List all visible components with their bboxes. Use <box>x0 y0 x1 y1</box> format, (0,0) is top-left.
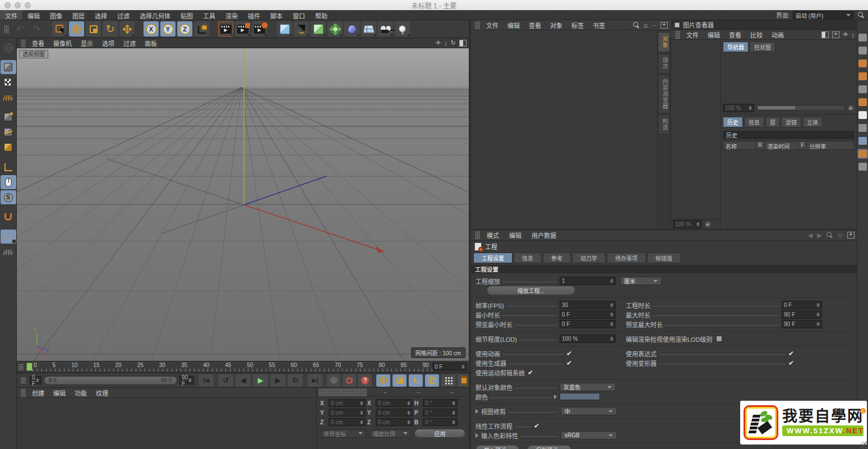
history-column-4[interactable]: 分辨率 <box>807 141 854 149</box>
color-swatch[interactable] <box>560 393 600 400</box>
menu-item-6[interactable]: 选择几何体 <box>135 10 176 20</box>
coordinate-system-button[interactable] <box>194 21 209 36</box>
interface-dropdown[interactable]: 启动 (用户) <box>793 11 853 19</box>
preview-max-field[interactable]: 90 F <box>782 320 822 328</box>
viewport-menu-item-1[interactable]: 摄像机 <box>49 39 76 48</box>
edges-mode-button[interactable] <box>1 125 16 139</box>
use-generators-checkbox[interactable]: ✔ <box>566 359 572 367</box>
last-tool-button[interactable] <box>119 21 135 36</box>
viewport-maximize-icon[interactable] <box>459 40 467 47</box>
scale-z-field[interactable]: 0 cm <box>376 418 413 426</box>
use-deformers-checkbox[interactable]: ✔ <box>788 359 794 367</box>
rot-b-field[interactable]: 0 ° <box>423 418 458 426</box>
pos-x-field[interactable]: 0 cm <box>329 399 366 407</box>
load-preset-button[interactable]: 载入预设... <box>475 445 519 449</box>
material-grip[interactable] <box>21 389 26 397</box>
attribute-tab-4[interactable]: 待办事项 <box>607 253 646 263</box>
zoom-slider[interactable] <box>756 105 845 111</box>
pv-subtab-1[interactable]: 信息 <box>744 117 764 127</box>
palette-material-icon[interactable] <box>858 72 867 80</box>
new-panel-icon[interactable] <box>847 232 855 239</box>
magnet-tool-button[interactable] <box>1 210 16 224</box>
pv-subtab-3[interactable]: 滤镜 <box>781 117 801 127</box>
live-selection-button[interactable] <box>52 21 67 36</box>
expand-arrow-icon[interactable] <box>475 409 478 414</box>
scale-mode-dropdown[interactable]: 缩放比例 <box>370 429 411 438</box>
pv-subtab-0[interactable]: 历史 <box>723 117 743 127</box>
tab-objects[interactable]: 对象 <box>658 32 670 52</box>
timeline-window-button[interactable] <box>458 374 470 387</box>
attribute-tab-3[interactable]: 动力学 <box>572 253 606 263</box>
attribute-menu-item-1[interactable]: 编辑 <box>504 231 527 240</box>
viewport-menu-item-0[interactable]: 查看 <box>27 39 49 48</box>
object-menu-item-5[interactable]: 书签 <box>588 21 610 30</box>
min-time-field[interactable]: 0 F <box>560 310 616 319</box>
key-position-toggle[interactable] <box>376 374 390 387</box>
prev-frame-button[interactable]: ◀ <box>236 374 251 387</box>
palette-render-icon[interactable] <box>858 98 867 106</box>
pv-subtab-2[interactable]: 层 <box>765 117 780 127</box>
x-axis-lock-button[interactable]: X <box>144 21 159 36</box>
expand-arrow-icon[interactable] <box>475 433 478 438</box>
tab-content-browser[interactable]: 内容浏览器 <box>658 75 670 113</box>
menu-item-10[interactable]: 插件 <box>243 10 265 20</box>
ruler-grip[interactable] <box>19 364 24 370</box>
y-axis-lock-button[interactable]: Y <box>160 21 176 36</box>
viewport-menu-item-3[interactable]: 选项 <box>98 39 119 48</box>
snap-button[interactable]: S <box>1 190 16 204</box>
object-menu-item-3[interactable]: 对象 <box>546 21 567 30</box>
thumbnail-play-button[interactable]: ▸ <box>704 221 712 228</box>
attribute-menu-item-2[interactable]: 用户数据 <box>527 231 561 240</box>
key-rotation-toggle[interactable]: ↻ <box>409 374 423 387</box>
coordinate-mode-dropdown[interactable]: 世界坐标 <box>320 429 366 438</box>
coordinates-grip[interactable] <box>318 388 367 396</box>
palette-layers-icon[interactable] <box>858 47 867 54</box>
pv-menu-item-2[interactable]: 查看 <box>724 31 746 40</box>
history-column-0[interactable]: 名称 <box>723 141 756 149</box>
object-menu-item-1[interactable]: 编辑 <box>503 21 524 30</box>
add-spline-button[interactable] <box>294 21 309 36</box>
split-view-icon[interactable] <box>821 31 829 38</box>
view-clipping-dropdown[interactable]: 中 <box>561 407 617 415</box>
attribute-tab-0[interactable]: 工程设置 <box>473 253 513 263</box>
lock-icon[interactable]: ⊙ <box>838 232 843 239</box>
model-mode-button[interactable] <box>1 60 16 74</box>
perspective-view[interactable]: Y Z X 透视视图 网格间距 : 100 cm <box>17 48 469 361</box>
add-environment-button[interactable] <box>361 21 376 36</box>
add-view-icon[interactable] <box>832 31 839 38</box>
record-keyframe-button[interactable] <box>343 374 356 387</box>
material-menu-item-3[interactable]: 纹理 <box>91 389 113 398</box>
preview-min-field[interactable]: 0 F <box>560 320 616 328</box>
zoom-play-button[interactable]: ▸ <box>847 104 855 112</box>
lock-workplane-button[interactable] <box>1 230 16 244</box>
apply-button[interactable]: 应用 <box>414 429 465 438</box>
use-motion-system-checkbox[interactable]: ✔ <box>528 369 533 377</box>
linear-workflow-checkbox[interactable]: ✔ <box>534 422 539 430</box>
picture-viewer-grip[interactable] <box>675 31 680 39</box>
fps-field[interactable]: 30 <box>560 301 616 309</box>
transport-grip[interactable] <box>21 377 26 384</box>
redo-button[interactable]: ↷ <box>29 21 44 36</box>
add-modifier-button[interactable] <box>327 21 343 36</box>
palette-person-icon[interactable] <box>858 111 867 119</box>
attribute-tab-5[interactable]: 帧插值 <box>647 253 681 263</box>
move-tool-button[interactable] <box>69 21 84 36</box>
palette-script-icon[interactable] <box>858 163 867 171</box>
add-generator-button[interactable] <box>311 21 326 36</box>
viewer-zoom-field[interactable]: 100 % <box>723 104 754 112</box>
history-table-body[interactable] <box>721 150 857 229</box>
frame-range-slider[interactable]: 0 F90 F <box>44 376 177 385</box>
add-primitive-button[interactable] <box>277 21 292 36</box>
pos-z-field[interactable]: 0 cm <box>329 418 366 426</box>
viewport-rotate-icon[interactable]: ↻ <box>451 39 456 47</box>
palette-clock-icon[interactable] <box>858 85 867 93</box>
menu-item-7[interactable]: 贴图 <box>176 10 198 20</box>
add-deformer-button[interactable] <box>344 21 359 36</box>
render-settings-button[interactable]: ▶ <box>252 21 267 36</box>
palette-document-icon[interactable] <box>858 34 867 42</box>
menu-item-13[interactable]: 帮助 <box>310 10 333 20</box>
home-icon[interactable]: ⌂ <box>644 21 648 29</box>
object-grip[interactable] <box>475 21 480 29</box>
tab-structure[interactable]: 构造 <box>658 114 670 135</box>
points-mode-button[interactable] <box>1 110 16 124</box>
